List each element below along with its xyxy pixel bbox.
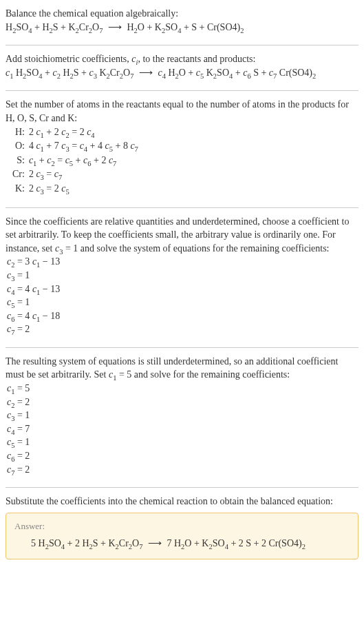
coefficient-line: c5 = 1 bbox=[7, 435, 358, 449]
final-intro: Substitute the coefficients into the che… bbox=[6, 495, 358, 508]
underdetermined-2-intro: The resulting system of equations is sti… bbox=[6, 355, 358, 382]
atom-balance-section: Set the number of atoms in the reactants… bbox=[6, 95, 358, 203]
element-equation: 2 c3 = 2 c5 bbox=[25, 182, 142, 196]
element-equation: c1 + c2 = c5 + c6 + 2 c7 bbox=[25, 154, 142, 168]
divider bbox=[6, 90, 358, 91]
underdetermined-1-section: Since the coefficients are relative quan… bbox=[6, 212, 358, 343]
underdetermined-2-lines: c1 = 5c2 = 2c3 = 1c4 = 7c5 = 1c6 = 2c7 =… bbox=[6, 382, 358, 476]
stoich-section: Add stoichiometric coefficients, ci, to … bbox=[6, 50, 358, 86]
underdetermined-1-lines: c2 = 3 c1 − 13c3 = 1c4 = 4 c1 − 13c5 = 1… bbox=[6, 255, 358, 336]
coefficient-line: c4 = 7 bbox=[7, 422, 358, 436]
element-label: K: bbox=[8, 182, 25, 196]
element-label: Cr: bbox=[8, 167, 25, 182]
coefficient-line: c3 = 1 bbox=[7, 269, 358, 282]
coefficient-line: c2 = 2 bbox=[7, 395, 358, 409]
coefficient-line: c1 = 5 bbox=[7, 382, 358, 395]
atom-balance-table: H:2 c1 + 2 c2 = 2 c4O:4 c1 + 7 c3 = c4 +… bbox=[8, 125, 142, 196]
divider bbox=[6, 347, 358, 348]
atom-balance-row: K:2 c3 = 2 c5 bbox=[8, 182, 142, 196]
element-label: S: bbox=[8, 154, 25, 168]
atom-balance-row: S:c1 + c2 = c5 + c6 + 2 c7 bbox=[8, 154, 142, 168]
intro-equation: H2SO4 + H2S + K2Cr2O7 ⟶ H2O + K2SO4 + S … bbox=[6, 21, 358, 34]
coefficient-line: c7 = 2 bbox=[7, 463, 358, 477]
element-equation: 2 c3 = c7 bbox=[25, 167, 142, 182]
coefficient-line: c4 = 4 c1 − 13 bbox=[7, 282, 358, 296]
element-equation: 2 c1 + 2 c2 = 2 c4 bbox=[25, 125, 142, 140]
stoich-equation: c1 H2SO4 + c2 H2S + c3 K2Cr2O7 ⟶ c4 H2O … bbox=[6, 66, 358, 80]
intro-text: Balance the chemical equation algebraica… bbox=[6, 7, 358, 21]
divider bbox=[6, 207, 358, 208]
atom-balance-intro: Set the number of atoms in the reactants… bbox=[6, 98, 358, 125]
answer-equation: 5 H2SO4 + 2 H2S + K2Cr2O7 ⟶ 7 H2O + K2SO… bbox=[14, 537, 350, 550]
element-equation: 4 c1 + 7 c3 = c4 + 4 c5 + 8 c7 bbox=[25, 139, 142, 154]
final-section: Substitute the coefficients into the che… bbox=[6, 492, 358, 562]
divider bbox=[6, 45, 358, 45]
underdetermined-1-intro: Since the coefficients are relative quan… bbox=[6, 215, 358, 256]
underdetermined-2-section: The resulting system of equations is sti… bbox=[6, 352, 358, 483]
coefficient-line: c7 = 2 bbox=[7, 322, 358, 336]
intro-section: Balance the chemical equation algebraica… bbox=[6, 4, 358, 41]
coefficient-line: c6 = 2 bbox=[7, 449, 358, 463]
element-label: O: bbox=[8, 139, 25, 154]
coefficient-line: c5 = 1 bbox=[7, 296, 358, 309]
answer-box: Answer: 5 H2SO4 + 2 H2S + K2Cr2O7 ⟶ 7 H2… bbox=[6, 513, 358, 559]
element-label: H: bbox=[8, 125, 25, 140]
stoich-text: Add stoichiometric coefficients, ci, to … bbox=[6, 52, 358, 66]
atom-balance-rows: H:2 c1 + 2 c2 = 2 c4O:4 c1 + 7 c3 = c4 +… bbox=[8, 125, 142, 196]
coefficient-line: c3 = 1 bbox=[7, 409, 358, 422]
coefficient-line: c6 = 4 c1 − 18 bbox=[7, 309, 358, 323]
atom-balance-row: O:4 c1 + 7 c3 = c4 + 4 c5 + 8 c7 bbox=[8, 139, 142, 154]
atom-balance-row: Cr:2 c3 = c7 bbox=[8, 167, 142, 182]
atom-balance-row: H:2 c1 + 2 c2 = 2 c4 bbox=[8, 125, 142, 140]
answer-label: Answer: bbox=[14, 520, 350, 533]
coefficient-line: c2 = 3 c1 − 13 bbox=[7, 255, 358, 269]
divider bbox=[6, 487, 358, 488]
